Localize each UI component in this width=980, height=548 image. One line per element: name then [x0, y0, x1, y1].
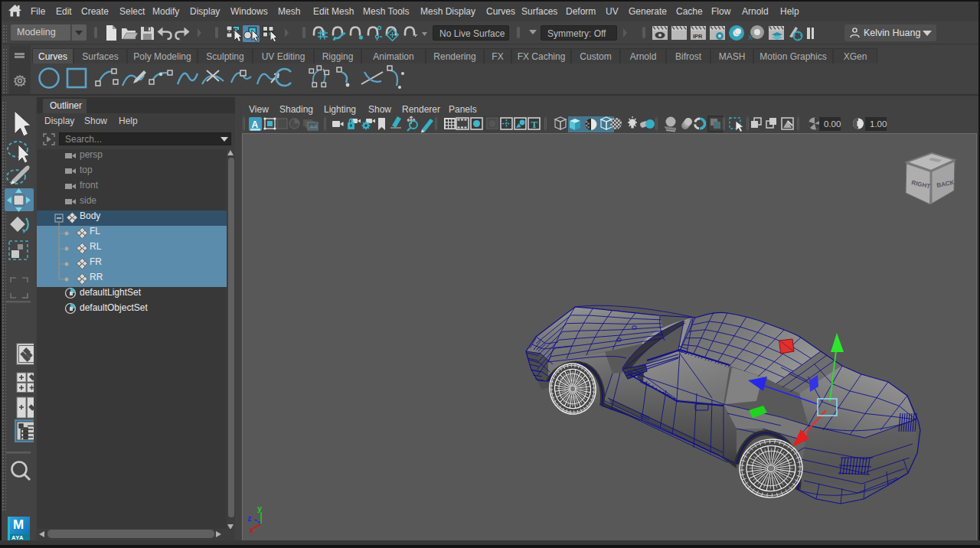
svg-text:T: T — [531, 119, 538, 130]
svg-text:0.00: 0.00 — [824, 119, 841, 129]
svg-text:x: x — [748, 32, 753, 41]
svg-text:IPR: IPR — [693, 33, 703, 40]
svg-text:x: x — [250, 525, 255, 534]
svg-text:A: A — [252, 119, 259, 130]
svg-text:1.00: 1.00 — [870, 119, 887, 129]
svg-text:y: y — [257, 504, 263, 513]
svg-text:z: z — [247, 514, 252, 523]
